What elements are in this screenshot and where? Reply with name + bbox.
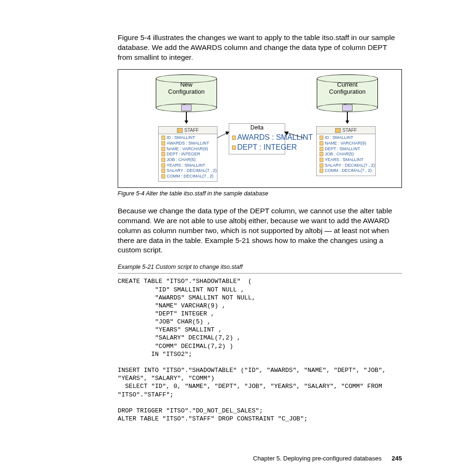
page-footer: Chapter 5. Deploying pre-configured data… [253,455,402,462]
arrow-down-icon [186,112,187,123]
example-caption: Example 5-21 Custom script to change its… [118,264,402,270]
db-icon [342,105,353,111]
current-config-cylinder: Current Configuration [317,74,378,112]
delta-title: Delta [229,124,285,132]
col-row: NAME : VARCHAR(9) [161,146,214,152]
code-block: CREATE TABLE "ITSO"."SHADOWTABLE" ( "ID"… [118,277,402,423]
table-icon [177,128,183,133]
figure-caption: Figure 5-4 Alter the table itso.staff in… [118,190,402,197]
col-row: YEARS : SMALLINT [161,163,214,169]
col-row: ID : SMALLINT [161,135,214,141]
page-number: 245 [392,455,402,462]
table-header: STAFF [184,128,199,133]
chapter-label: Chapter 5. Deploying pre-configured data… [253,455,382,462]
svg-line-0 [217,132,229,138]
col-row: DEPT : INTEGER [232,143,282,153]
db-icon [181,105,192,111]
col-row: AWARDS : SMALLINT [161,141,214,146]
col-row: DEPT : SMALLINT [320,146,372,152]
new-config-label: New Configuration [156,81,217,96]
current-staff-table: STAFF ID : SMALLINT NAME : VARCHAR(9) DE… [316,126,376,176]
col-row: SALARY : DECIMAL(7 , 2) [320,163,372,169]
new-staff-table: STAFF ID : SMALLINT AWARDS : SMALLINT NA… [158,126,217,182]
current-config-label: Current Configuration [317,81,378,96]
table-header: STAFF [343,128,357,133]
col-row: YEARS : SMALLINT [320,157,372,163]
divider [118,273,402,274]
figure-5-4: New Configuration Current Configuration … [118,69,402,188]
col-row: SALARY : DECIMAL(7 , 2) [161,168,214,174]
paragraph-2: Because we change the data type of the D… [118,206,402,256]
col-row: AWARDS : SMALLINT [232,133,282,143]
col-row: NAME : VARCHAR(9) [320,141,372,146]
delta-box: Delta AWARDS : SMALLINT DEPT : INTEGER [229,123,285,155]
col-row: JOB : CHAR(5) [320,152,372,157]
new-config-cylinder: New Configuration [156,74,217,112]
col-row: ID : SMALLINT [320,135,372,141]
paragraph-1: Figure 5-4 illustrates the changes we wa… [118,33,402,63]
col-row: DEPT : INTEGER [161,152,214,157]
col-row: JOB : CHAR(5) [161,157,214,163]
arrow-down-icon [347,112,348,123]
table-icon [335,128,341,133]
col-row: COMM : DECIMAL(7 , 2) [320,168,372,174]
col-row: COMM : DECIMAL(7 , 2) [161,174,214,179]
